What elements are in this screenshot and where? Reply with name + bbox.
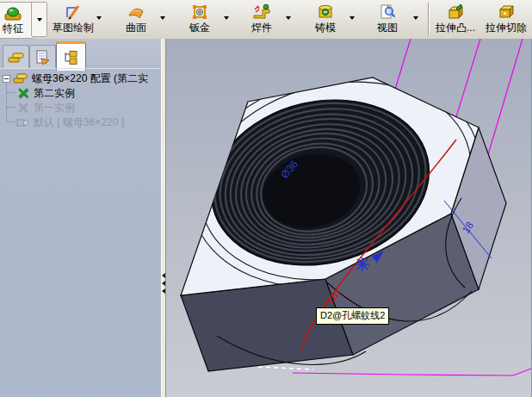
surfaces-button[interactable]: 曲面 xyxy=(117,2,155,37)
configuration-inactive-icon xyxy=(16,116,30,128)
weldments-dropdown-arrow[interactable] xyxy=(286,16,291,20)
sheet-metal-button[interactable]: 钣金 xyxy=(181,2,219,37)
property-manager-icon xyxy=(34,50,52,65)
feature-manager-icon xyxy=(8,50,25,65)
extrude-cut-button[interactable]: 拉伸切除 xyxy=(481,2,531,37)
sketch-button[interactable]: 草图绘制 xyxy=(49,2,97,37)
features-dropdown[interactable] xyxy=(31,2,47,37)
solidworks-window: { "toolbar": { "buttons": [ {"label": "特… xyxy=(0,0,532,397)
sketch-dropdown-arrow[interactable] xyxy=(96,16,102,20)
weldments-button[interactable]: 焊件 xyxy=(244,2,280,37)
dropdown-arrow-icon xyxy=(37,18,42,22)
surfaces-icon xyxy=(127,2,145,22)
sheet-metal-icon xyxy=(190,2,209,22)
features-button[interactable]: 特征 xyxy=(0,2,34,39)
tab-configuration-manager[interactable] xyxy=(56,41,86,71)
mold-button[interactable]: 铸模 xyxy=(306,2,344,37)
extrude-boss-icon xyxy=(446,2,465,22)
view-button[interactable]: 视图 xyxy=(368,2,406,37)
tab-feature-manager[interactable] xyxy=(3,45,29,69)
tab-divider xyxy=(0,68,161,69)
extrude-cut-label: 拉伸切除 xyxy=(486,22,527,34)
dimension-tooltip: D2@孔螺蚊线2 xyxy=(316,307,389,325)
extrude-cut-icon xyxy=(497,2,516,22)
features-icon xyxy=(3,3,22,22)
tree-root-label: 螺母36×220 配置 (第二实 xyxy=(32,71,148,85)
view-dropdown-arrow[interactable] xyxy=(413,16,418,20)
toolbar-separator xyxy=(428,3,429,35)
extrude-boss-button[interactable]: 拉伸凸... xyxy=(433,2,478,37)
mold-dropdown-arrow[interactable] xyxy=(350,16,355,20)
sketch-icon xyxy=(64,2,83,22)
tree-root-configuration[interactable]: 螺母36×220 配置 (第二实 xyxy=(13,71,148,85)
weldments-icon xyxy=(252,2,271,22)
configuration-manager-panel: 螺母36×220 配置 (第二实 第二实例 第一实例 默认 [ 螺母36×220… xyxy=(0,39,161,397)
model-canvas[interactable]: 220 18 Ø36 xyxy=(166,39,532,397)
tree-item-default-configuration[interactable]: 默认 [ 螺母36×220 ] xyxy=(16,115,124,129)
tree-item-label: 第一实例 xyxy=(34,101,75,115)
features-label: 特征 xyxy=(3,22,23,34)
splitter-collapse-arrow-icon xyxy=(162,288,165,294)
configuration-active-icon xyxy=(16,87,30,99)
tree-stub xyxy=(7,92,15,93)
splitter-collapse-arrow-icon xyxy=(162,273,165,278)
tree-collapse-box[interactable] xyxy=(3,75,10,83)
sketch-label: 草图绘制 xyxy=(53,22,94,34)
tree-stub xyxy=(7,121,15,122)
tree-item-label: 第二实例 xyxy=(34,86,75,100)
tree-item-first-instance[interactable]: 第一实例 xyxy=(16,101,75,115)
sheet-metal-dropdown-arrow[interactable] xyxy=(224,16,229,20)
weldments-label: 焊件 xyxy=(251,22,272,34)
view-icon xyxy=(378,2,397,22)
sheet-metal-label: 钣金 xyxy=(189,22,210,34)
configuration-suppressed-icon xyxy=(16,102,30,114)
tab-property-manager[interactable] xyxy=(29,45,56,69)
tree-stub xyxy=(7,107,15,108)
graphics-area[interactable]: 220 18 Ø36 D2@孔螺蚊线2 xyxy=(166,39,532,397)
mold-label: 铸模 xyxy=(315,22,336,34)
tree-guideline xyxy=(6,84,7,121)
configuration-manager-icon xyxy=(63,50,80,65)
extrude-boss-label: 拉伸凸... xyxy=(436,22,475,34)
command-toolbar: 特征 草图绘制 曲面 钣金 焊件 铸模 xyxy=(0,0,532,40)
surfaces-dropdown-arrow[interactable] xyxy=(160,16,165,20)
mold-icon xyxy=(316,2,335,22)
configurations-icon xyxy=(13,71,28,85)
tree-item-second-instance[interactable]: 第二实例 xyxy=(16,86,75,100)
splitter-collapse-arrow-icon xyxy=(162,281,165,286)
surfaces-label: 曲面 xyxy=(126,22,146,34)
tree-item-label: 默认 [ 螺母36×220 ] xyxy=(34,115,124,129)
view-label: 视图 xyxy=(377,22,398,34)
